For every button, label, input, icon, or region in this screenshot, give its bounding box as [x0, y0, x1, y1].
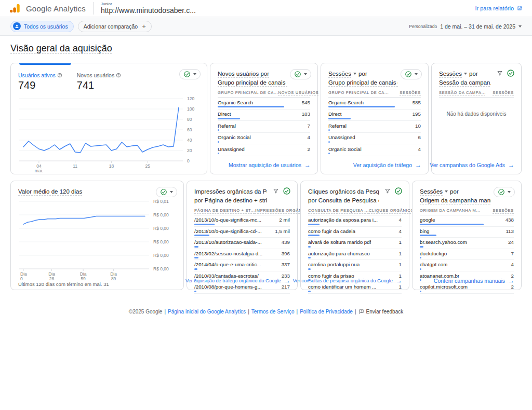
all-users-segment-chip[interactable]: Todos os usuários	[10, 21, 74, 32]
filter-icon[interactable]	[384, 188, 391, 194]
dimension-selector[interactable]: Sessão da campan...	[439, 78, 491, 87]
property-selector[interactable]: Junior http://www.minutodosaber.c...	[101, 2, 196, 15]
svg-text:R$ 0,01: R$ 0,01	[153, 199, 169, 204]
row-value: 439	[282, 239, 290, 245]
table-row: bing 113	[420, 227, 514, 238]
row-dimension: /2013/10/o-que-significa-cd-...	[194, 228, 262, 234]
svg-text:R$ 0,00: R$ 0,00	[153, 212, 169, 217]
dimension-selector[interactable]: Grupo principal de canais do p...	[218, 78, 287, 87]
row-value: 4	[308, 134, 310, 140]
row-value: 7	[308, 123, 310, 129]
comparison-bar: Todos os usuários Adicionar comparação +…	[0, 17, 532, 36]
table-row: como fugir da cadeia 4	[308, 227, 402, 238]
view-google-organic-traffic-link[interactable]: Ver aquisição de tráfego orgânico do Goo…	[185, 278, 290, 284]
footer-link-terms[interactable]: Termos de Serviço	[251, 309, 295, 315]
row-value: 585	[413, 100, 421, 105]
check-circle-icon	[294, 71, 301, 78]
dimension-selector[interactable]: por Página de destino + string de c...	[194, 196, 267, 205]
view-manual-campaigns-link[interactable]: Conferir campanhas manuais →	[434, 278, 514, 284]
column-dimension[interactable]: CONSULTA DE PESQUISA ...	[308, 208, 369, 213]
table-row: chatgpt.com 4	[420, 260, 514, 271]
row-value: 2	[308, 146, 310, 152]
plus-icon: +	[142, 22, 146, 30]
column-dimension[interactable]: SESSÃO DA CAMPA...	[439, 90, 486, 95]
row-dimension: autorização da esposa para i...	[308, 217, 378, 223]
table-row: Unassigned 6	[328, 133, 421, 145]
column-metric[interactable]: NOVOS USUÁRIOS	[278, 90, 318, 95]
plot-options-button[interactable]	[494, 187, 515, 197]
column-metric[interactable]: SESSÕES	[400, 90, 421, 95]
svg-text:R$ 0,00: R$ 0,00	[153, 253, 169, 258]
link-label: Ver aquisição de tráfego orgânico do Goo…	[185, 278, 281, 283]
view-traffic-acquisition-link[interactable]: Ver aquisição de tráfego →	[353, 162, 421, 168]
metric-selector[interactable]: Sessões	[328, 70, 351, 78]
check-circle-icon[interactable]	[507, 69, 515, 77]
metric-tab-active-users[interactable]: Usuários ativos 749	[18, 72, 62, 91]
plot-options-button[interactable]	[290, 69, 311, 79]
row-bar	[420, 235, 436, 236]
table-row: Organic Social 4	[328, 144, 421, 156]
help-icon[interactable]	[116, 73, 121, 78]
table-header: GRUPO PRINCIPAL DE CA... NOVOS USUÁRIOS	[218, 90, 310, 98]
copyright-text: ©2025 Google	[129, 309, 163, 315]
metric-selector[interactable]: Impressões orgânicas da Pesquisa G...	[194, 187, 267, 196]
table-row: carolina portaluppi nua 1	[308, 260, 402, 271]
row-value: 2	[511, 284, 514, 290]
footer-link-analytics-home[interactable]: Página inicial do Google Analytics	[168, 309, 246, 315]
filter-icon[interactable]	[273, 188, 279, 194]
google-analytics-logo-icon	[9, 3, 21, 14]
column-metric[interactable]: SESSÕES	[493, 208, 514, 213]
footer-link-privacy[interactable]: Política de Privacidade	[300, 309, 353, 315]
link-label: Ver consultas de pesquisa orgânica do Go…	[293, 278, 393, 283]
separator: |	[164, 309, 166, 315]
send-feedback-button[interactable]: Enviar feedback	[358, 309, 404, 315]
metric-selector[interactable]: Sessões	[420, 187, 443, 196]
metric-selector[interactable]: Sessões	[439, 70, 462, 78]
plot-options-button[interactable]	[156, 187, 177, 197]
card-average-value-120-days: Valor médio de 120 dias R$ 0,01R$ 0,00R$…	[10, 181, 184, 290]
metric-selector[interactable]: Cliques orgânicos da Pesquisa Google	[308, 187, 379, 196]
card-sessions-by-manual-source: Sessões por Origem da campanha manual d.…	[412, 181, 522, 290]
help-icon[interactable]	[57, 73, 62, 78]
go-to-report-link[interactable]: Ir para relatório	[475, 5, 523, 11]
check-circle-icon[interactable]	[394, 187, 403, 195]
table-row: /2013/10/o-que-significa-cd-... 1,5 mil	[194, 227, 290, 238]
filter-icon[interactable]	[497, 70, 503, 76]
card-title[interactable]: Valor médio de 120 dias	[18, 187, 82, 196]
view-organic-search-queries-link[interactable]: Ver consultas de pesquisa orgânica do Go…	[293, 278, 402, 284]
svg-text:60: 60	[187, 127, 192, 132]
svg-text:0: 0	[20, 276, 23, 280]
link-label: Conferir campanhas manuais	[434, 278, 505, 284]
add-comparison-chip[interactable]: Adicionar comparação +	[78, 21, 152, 32]
check-circle-icon[interactable]	[283, 187, 291, 195]
date-range-picker[interactable]: Personalizado 1 de mai. – 31 de mai. de …	[409, 23, 522, 30]
row-value: 2 mil	[279, 217, 290, 223]
table-row: autorização para churrasco 1	[308, 249, 402, 261]
table-row: copilot.microsoft.com 2	[420, 282, 514, 294]
metric-tab-indicator	[19, 63, 71, 65]
view-user-acquisition-link[interactable]: Mostrar aquisição de usuários →	[229, 162, 311, 168]
chevron-down-icon	[464, 73, 467, 75]
feedback-label: Enviar feedback	[366, 309, 404, 315]
view-google-ads-campaigns-link[interactable]: Ver campanhas do Google Ads →	[430, 162, 514, 168]
dimension-selector[interactable]: por Consulta de Pesquisa orgânica ...	[308, 196, 379, 205]
card-title-line1[interactable]: Novos usuários por	[218, 70, 269, 78]
dimension-selector[interactable]: Grupo principal de canais da s...	[328, 78, 398, 87]
row-value: 4	[399, 217, 402, 223]
row-bar	[328, 129, 330, 131]
card-sessions-by-channel: Sessões por Grupo principal de canais da…	[321, 63, 429, 174]
row-dimension: Direct	[328, 111, 342, 117]
metric-tab-new-users[interactable]: Novos usuários 741	[77, 72, 121, 91]
plot-options-button[interactable]	[401, 69, 422, 79]
dimension-selector[interactable]: Origem da campanha manual d...	[420, 196, 491, 205]
column-dimension[interactable]: PÁGINA DE DESTINO + ST...	[194, 208, 255, 213]
chevron-down-icon	[353, 73, 356, 75]
table-header: GRUPO PRINCIPAL DE CA... SESSÕES	[328, 90, 421, 98]
add-comparison-label: Adicionar comparação	[84, 23, 138, 30]
column-metric[interactable]: SESSÕES	[493, 90, 514, 95]
plot-options-button[interactable]	[179, 69, 201, 79]
row-value: 4	[511, 262, 514, 267]
table-row: Unassigned 2	[218, 144, 310, 156]
chevron-down-icon	[415, 73, 418, 75]
chevron-down-icon	[170, 191, 173, 193]
